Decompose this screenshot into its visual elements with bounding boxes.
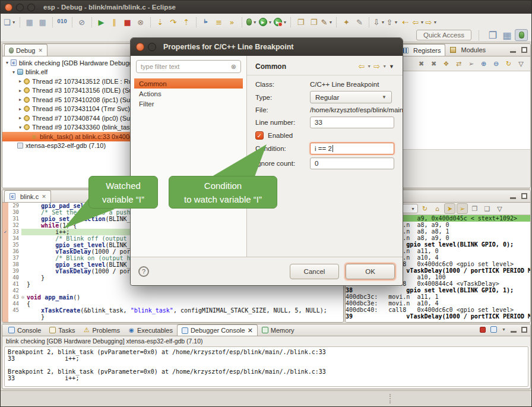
twistie-icon[interactable]: ▸ — [17, 78, 23, 84]
skip-all-breakpoints[interactable]: ⊘ — [76, 16, 88, 29]
previous-annotation[interactable]: ⇧▼ — [386, 16, 398, 29]
fold-icon[interactable]: ⊖ — [21, 294, 27, 301]
add-register-group[interactable]: ❖ — [441, 58, 452, 69]
step-into[interactable]: ⇣ — [154, 16, 166, 29]
registers-content[interactable] — [395, 71, 530, 150]
filter-input[interactable]: type filter text ⊗ — [136, 60, 241, 73]
debug-tree-item[interactable]: ▸Thread #5 1073410208 (ipc1) (Suspended) — [2, 95, 137, 105]
back[interactable]: ⇦▼ — [412, 16, 424, 29]
track-expression[interactable]: ➢ — [457, 203, 468, 214]
line-number-input[interactable]: 33 — [310, 116, 394, 128]
twistie-icon[interactable]: ▾ — [4, 60, 10, 65]
refresh[interactable]: ↻ — [503, 58, 514, 69]
debug-tree-item[interactable]: ≡blink_task() at blink.c:33 0x400dbc3c — [2, 132, 137, 141]
remove-all[interactable]: ✖ — [428, 58, 439, 69]
close-icon[interactable]: ✕ — [38, 48, 43, 53]
show-debug-context[interactable]: ≡ — [213, 16, 225, 29]
forward-arrow-icon[interactable]: ⇨ — [373, 62, 380, 71]
help-button[interactable]: ? — [138, 266, 149, 277]
save[interactable]: ▦ — [24, 16, 36, 29]
debug[interactable]: ▼ — [246, 16, 258, 29]
instruction-stepping[interactable]: i▸ — [200, 16, 212, 29]
close-icon[interactable]: ✕ — [42, 194, 46, 200]
dialog-nav-item-filter[interactable]: Filter — [134, 99, 243, 109]
window-maximize-button[interactable] — [27, 4, 35, 11]
view-menu[interactable]: ▽ — [515, 58, 527, 69]
chevron-down-icon[interactable]: ▼ — [382, 64, 387, 68]
suspend[interactable]: ‖ — [109, 16, 121, 29]
tab-memory[interactable]: Memory — [258, 324, 299, 336]
debug-tree-item[interactable]: ▾blink.elf — [2, 68, 137, 77]
pin-view[interactable]: ❑ — [482, 203, 493, 214]
minimize-icon[interactable] — [511, 331, 517, 333]
enabled-checkbox[interactable]: ✓ — [255, 131, 264, 140]
window-close-button[interactable] — [5, 4, 12, 11]
open-new-view[interactable]: ❐ — [469, 203, 480, 214]
chevron-down-icon[interactable]: ▼ — [367, 64, 371, 68]
tab-debug[interactable]: Debug ✕ — [4, 44, 48, 56]
refresh-view[interactable]: ↻ — [419, 203, 430, 214]
open-resource[interactable]: ❐ — [308, 16, 319, 29]
debug-tree-item[interactable]: ▸Thread #3 1073413156 (IDLE) (Suspended) — [2, 86, 137, 96]
pointer-mode[interactable]: ➢ — [466, 58, 477, 69]
dialog-minimize-button[interactable] — [148, 43, 156, 51]
terminate[interactable]: ■ — [122, 16, 134, 29]
external-tools[interactable]: ▶▼ — [274, 16, 287, 29]
annotate[interactable]: ✎▼ — [321, 16, 332, 29]
go-home[interactable]: ⌂ — [432, 203, 443, 214]
last-edit-location[interactable]: ⇠ — [399, 16, 411, 29]
debug-tree-item[interactable]: ▾Thread #9 1073433360 (blink_task : Runn… — [2, 123, 137, 132]
twistie-icon[interactable]: ▾ — [11, 70, 17, 75]
dialog-nav-item-actions[interactable]: Actions — [134, 89, 243, 99]
use-step-filters[interactable]: » — [226, 16, 238, 29]
display-console-icon[interactable] — [490, 326, 497, 333]
forward[interactable]: ⇨▼ — [425, 16, 437, 29]
console-output[interactable]: Breakpoint 2, blink_task (pvParameter=0x… — [4, 346, 528, 387]
step-over[interactable]: ↷ — [167, 16, 179, 29]
ok-button[interactable]: OK — [346, 264, 395, 279]
debug-tree-item[interactable]: ▸Thread #2 1073413512 (IDLE : Running) — [2, 77, 137, 86]
debug-tree[interactable]: ▾cblink checking [GDB Hardware Debugging… — [2, 56, 137, 188]
run[interactable]: ▶▼ — [259, 16, 273, 29]
quick-access-button[interactable]: Quick Access — [416, 30, 471, 40]
debug-tree-item[interactable]: ▸Thread #7 1073408744 (ipc0) (Suspended) — [2, 113, 137, 123]
cancel-button[interactable]: Cancel — [290, 264, 339, 279]
maximize-icon[interactable] — [521, 193, 527, 199]
resume[interactable]: ▶ — [96, 16, 107, 29]
clear-filter-icon[interactable]: ⊗ — [231, 63, 236, 71]
twistie-icon[interactable]: ▸ — [17, 106, 23, 112]
search[interactable]: ✦ — [340, 16, 352, 29]
dialog-close-button[interactable] — [136, 43, 144, 51]
terminate-icon[interactable] — [480, 327, 486, 333]
twistie-icon[interactable]: ▸ — [17, 97, 23, 102]
tab-executables[interactable]: ◉Executables — [124, 324, 177, 336]
new-wizard[interactable]: ❏▼ — [4, 16, 16, 29]
tab-console[interactable]: Console — [4, 324, 45, 336]
condition-input[interactable]: i == 2 — [310, 143, 394, 154]
twistie-icon[interactable]: ▸ — [17, 115, 23, 121]
tab-debugger-console[interactable]: Debugger Console✕ — [177, 324, 258, 336]
perspective-debug[interactable] — [515, 29, 528, 41]
maximize-icon[interactable] — [521, 327, 527, 333]
debug-tree-item[interactable]: ▸Thread #6 1073431104 (Tmr Svc) (Suspend… — [2, 105, 137, 114]
window-minimize-button[interactable] — [16, 4, 24, 11]
maximize-icon[interactable] — [521, 47, 527, 53]
twistie-icon[interactable]: ▾ — [17, 125, 23, 130]
save-all[interactable]: ▦ — [37, 16, 49, 29]
open-element[interactable]: ❐ — [294, 16, 306, 29]
mark-occurrences[interactable]: ✎ — [353, 16, 365, 29]
perspective-cpp[interactable]: ▦ — [501, 29, 514, 41]
tab-registers[interactable]: Registers — [397, 44, 445, 56]
minimize-icon[interactable] — [510, 51, 516, 53]
next-annotation[interactable]: ⇩▼ — [373, 16, 385, 29]
type-dropdown[interactable]: Regular ▼ — [310, 91, 392, 103]
view-menu-icon[interactable]: ▼ — [389, 64, 394, 70]
binary-view[interactable]: 010 — [56, 16, 68, 29]
expand-all[interactable]: ⊕ — [478, 58, 489, 69]
sync-with-stack-frame[interactable]: ➤ — [444, 203, 455, 214]
disconnect[interactable]: ⊗ — [135, 16, 147, 29]
restore-default[interactable]: ⇄ — [453, 58, 464, 69]
debug-tree-item[interactable]: xtensa-esp32-elf-gdb (7.10) — [2, 141, 137, 151]
close-icon[interactable]: ✕ — [248, 327, 253, 335]
chevron-down-icon[interactable]: ▼ — [502, 327, 506, 332]
